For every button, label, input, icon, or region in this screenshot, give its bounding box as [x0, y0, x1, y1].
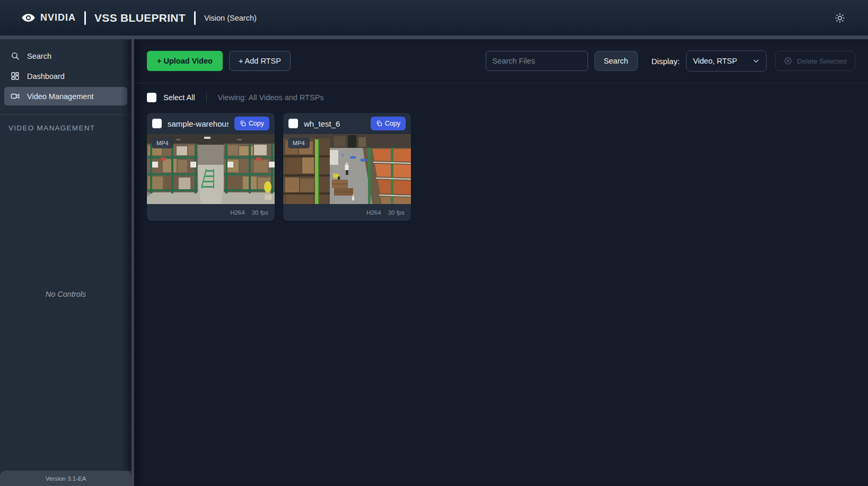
select-all-checkbox[interactable]: [147, 93, 156, 102]
sidebar-item-search[interactable]: Search: [4, 47, 127, 65]
nvidia-eye-icon: [21, 11, 36, 25]
brand-text: NVIDIA: [40, 12, 76, 23]
add-rtsp-button[interactable]: + Add RTSP: [229, 51, 291, 71]
video-card-footer: H264 30 fps: [283, 204, 411, 221]
video-title: wh_test_6: [304, 119, 365, 128]
delete-selected-button[interactable]: Delete Selected: [775, 51, 855, 71]
list-controls-divider: [206, 92, 207, 103]
list-controls: Select All Viewing: All Videos and RTSPs: [134, 83, 868, 110]
theme-toggle-button[interactable]: [831, 9, 849, 27]
video-select-checkbox[interactable]: [152, 119, 162, 128]
display-filter-value: Video, RTSP: [693, 57, 737, 65]
copy-icon: [376, 120, 382, 127]
video-title: sample-warehous...: [168, 119, 229, 128]
select-all-label: Select All: [163, 93, 195, 102]
codec-label: H264: [230, 209, 245, 216]
nvidia-logo: NVIDIA: [21, 11, 76, 25]
fps-label: 30 fps: [388, 209, 405, 216]
video-thumbnail-warehouse-aisle[interactable]: MP4: [147, 134, 275, 204]
sidebar-item-label: Video Management: [27, 92, 94, 101]
page-title: Vision (Search): [204, 14, 257, 22]
video-card: sample-warehous... Copy: [147, 113, 275, 221]
copy-button-label: Copy: [385, 120, 400, 127]
header-separator: [84, 11, 86, 25]
chevron-down-icon: [752, 57, 760, 65]
app-root: NVIDIA VSS BLUEPRINT Vision (Search): [0, 0, 868, 486]
search-button[interactable]: Search: [594, 51, 638, 71]
upload-video-button[interactable]: + Upload Video: [147, 51, 223, 71]
app-title: VSS BLUEPRINT: [94, 12, 186, 24]
codec-label: H264: [366, 209, 381, 216]
main-content: + Upload Video + Add RTSP Search Display…: [134, 39, 868, 486]
dashboard-icon: [11, 72, 20, 81]
sidebar-section-header: VIDEO MANAGEMENT: [0, 115, 131, 136]
no-controls-text: No Controls: [0, 136, 131, 471]
copy-button[interactable]: Copy: [234, 117, 269, 130]
display-filter-select[interactable]: Video, RTSP: [686, 50, 767, 72]
video-card-header: wh_test_6 Copy: [283, 113, 411, 134]
app-header: NVIDIA VSS BLUEPRINT Vision (Search): [0, 0, 868, 36]
sun-icon: [835, 13, 845, 23]
format-badge: MP4: [152, 138, 173, 148]
delete-selected-label: Delete Selected: [797, 57, 847, 65]
sidebar-item-dashboard[interactable]: Dashboard: [4, 67, 127, 85]
version-label: Version 3.1-EA: [0, 471, 131, 486]
sidebar-nav: Search Dashboard Video: [0, 39, 131, 112]
search-files-input[interactable]: [486, 51, 588, 71]
search-icon: [11, 51, 20, 60]
format-badge: MP4: [288, 138, 310, 148]
video-card-footer: H264 30 fps: [147, 204, 275, 221]
video-camera-icon: [11, 92, 20, 101]
video-card: wh_test_6 Copy: [283, 113, 411, 221]
video-card-grid: sample-warehous... Copy: [134, 110, 868, 224]
sidebar: Search Dashboard Video: [0, 39, 131, 486]
video-card-header: sample-warehous... Copy: [147, 113, 275, 134]
sidebar-item-video-management[interactable]: Video Management: [4, 87, 127, 105]
fps-label: 30 fps: [252, 209, 268, 216]
copy-icon: [240, 120, 246, 127]
sidebar-item-label: Search: [27, 52, 51, 60]
sidebar-item-label: Dashboard: [27, 72, 65, 81]
copy-button[interactable]: Copy: [371, 117, 406, 130]
viewing-status-label: Viewing: All Videos and RTSPs: [218, 93, 324, 102]
video-thumbnail-warehouse-overhead[interactable]: MP4: [283, 134, 411, 204]
header-divider-strip: [0, 36, 868, 39]
video-toolbar: + Upload Video + Add RTSP Search Display…: [134, 39, 868, 83]
video-select-checkbox[interactable]: [288, 119, 298, 128]
circle-x-icon: [784, 57, 792, 65]
header-separator: [194, 11, 196, 25]
display-label: Display:: [652, 57, 680, 66]
copy-button-label: Copy: [249, 120, 264, 127]
